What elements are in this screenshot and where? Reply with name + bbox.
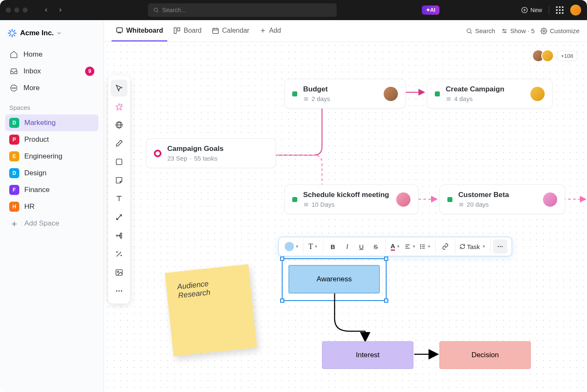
tool-pen[interactable] — [111, 135, 127, 152]
search-icon — [466, 28, 473, 34]
space-product[interactable]: P Product — [5, 131, 99, 148]
fill-color-button[interactable]: ▼ — [283, 239, 301, 254]
presence-avatar[interactable] — [541, 49, 554, 62]
svg-line-12 — [13, 30, 15, 31]
tool-sticky[interactable] — [111, 172, 127, 189]
status-square-icon — [435, 91, 440, 96]
workspace-switcher[interactable]: Acme Inc. — [5, 26, 99, 40]
tool-connector[interactable] — [111, 209, 127, 226]
sliders-icon — [501, 28, 508, 34]
bold-button[interactable]: B — [326, 239, 340, 254]
user-avatar[interactable] — [570, 5, 581, 16]
svg-rect-20 — [213, 28, 218, 33]
card-campaign-goals[interactable]: Campaign Goals 23 Sep · 55 tasks — [146, 138, 276, 168]
plus-icon — [260, 27, 266, 34]
view-tabs: Whiteboard Board Calendar Add Search — [104, 20, 587, 42]
assignee-avatar[interactable] — [384, 87, 398, 101]
presence-overflow[interactable]: +108 — [556, 51, 578, 61]
italic-button[interactable]: I — [340, 239, 354, 254]
whiteboard-icon — [116, 27, 123, 34]
toolbar-search[interactable]: Search — [466, 27, 495, 34]
svg-point-47 — [119, 291, 120, 292]
svg-point-30 — [503, 29, 504, 31]
convert-task-button[interactable]: Task▼ — [458, 239, 488, 254]
tool-web[interactable] — [111, 117, 127, 133]
space-marketing[interactable]: D Marketing — [5, 114, 99, 131]
svg-rect-37 — [116, 159, 122, 164]
toolbar-customize[interactable]: Customize — [540, 27, 579, 34]
plus-circle-icon — [521, 7, 528, 13]
global-search[interactable]: Search... — [148, 3, 337, 17]
svg-point-74 — [499, 246, 500, 247]
card-customer-beta[interactable]: Customer Beta 20 days — [439, 184, 565, 214]
svg-rect-18 — [174, 28, 176, 34]
list-button[interactable]: ▼ — [418, 239, 433, 254]
space-finance[interactable]: F Finance — [5, 182, 99, 198]
font-button[interactable]: T▼ — [306, 239, 320, 254]
shape-decision[interactable]: Decision — [439, 341, 531, 369]
svg-rect-44 — [116, 270, 122, 275]
tool-image[interactable] — [111, 264, 127, 281]
space-engineering[interactable]: E Engineering — [5, 148, 99, 165]
tool-magic[interactable] — [111, 246, 127, 262]
swatch-icon — [285, 242, 294, 251]
space-design[interactable]: D Design — [5, 165, 99, 182]
link-button[interactable] — [438, 239, 452, 254]
tool-more[interactable] — [111, 283, 127, 299]
home-icon — [9, 50, 18, 59]
tool-pointer[interactable] — [111, 80, 127, 96]
tab-whiteboard[interactable]: Whiteboard — [112, 21, 167, 42]
assignee-avatar[interactable] — [396, 192, 410, 207]
svg-point-45 — [117, 271, 119, 273]
ai-button[interactable]: ✦ AI — [422, 5, 439, 15]
svg-point-67 — [421, 244, 421, 245]
svg-point-73 — [498, 246, 499, 247]
space-hr[interactable]: H HR — [5, 198, 99, 215]
underline-button[interactable]: U — [354, 239, 369, 254]
svg-rect-19 — [178, 28, 180, 31]
more-options-button[interactable] — [493, 239, 507, 254]
status-ring-icon — [154, 150, 161, 157]
window-controls[interactable] — [6, 8, 28, 13]
tab-board[interactable]: Board — [169, 21, 206, 42]
whiteboard-canvas[interactable]: +108 — [104, 42, 587, 392]
text-color-button[interactable]: A▼ — [388, 239, 403, 254]
tab-calendar[interactable]: Calendar — [208, 21, 254, 42]
nav-inbox[interactable]: Inbox 9 — [5, 63, 99, 80]
strike-button[interactable]: S — [369, 239, 383, 254]
more-icon — [9, 83, 18, 93]
tool-ai[interactable] — [111, 98, 127, 115]
back-button[interactable] — [40, 4, 52, 16]
forward-button[interactable] — [55, 4, 66, 16]
shape-interest[interactable]: Interest — [322, 341, 413, 369]
tool-mindmap[interactable] — [111, 227, 127, 244]
tool-text[interactable] — [111, 190, 127, 207]
list-icon — [446, 96, 452, 102]
sidebar: Acme Inc. Home Inbox 9 More Spaces D Mar… — [0, 20, 104, 392]
card-create-campaign[interactable]: Create Campaign 4 days — [427, 79, 553, 109]
card-budget[interactable]: Budget 2 days — [284, 79, 406, 109]
workspace-name: Acme Inc. — [20, 29, 54, 37]
tab-add-view[interactable]: Add — [255, 21, 285, 42]
board-icon — [173, 27, 181, 34]
titlebar: Search... ✦ AI New — [0, 0, 587, 20]
nav-home[interactable]: Home — [5, 46, 99, 63]
toolbar-show[interactable]: Show · 5 — [501, 27, 535, 34]
search-icon — [153, 7, 159, 13]
svg-line-1 — [157, 11, 158, 12]
shape-awareness[interactable]: Awareness — [288, 265, 380, 293]
align-button[interactable]: ▼ — [403, 239, 418, 254]
tool-shape[interactable] — [111, 153, 127, 170]
add-space-button[interactable]: ＋ Add Space — [5, 215, 99, 232]
new-button[interactable]: New — [521, 7, 542, 13]
apps-icon[interactable] — [556, 6, 564, 14]
chevron-down-icon — [56, 30, 62, 36]
sticky-note[interactable]: Audience Research — [165, 264, 257, 356]
svg-point-0 — [154, 8, 157, 11]
card-schedule-kickoff[interactable]: Schedule kickoff meeting 10 Days — [284, 184, 418, 214]
nav-more[interactable]: More — [5, 80, 99, 96]
svg-line-9 — [9, 30, 10, 31]
calendar-icon — [212, 27, 219, 34]
assignee-avatar[interactable] — [530, 87, 545, 101]
assignee-avatar[interactable] — [543, 192, 557, 207]
